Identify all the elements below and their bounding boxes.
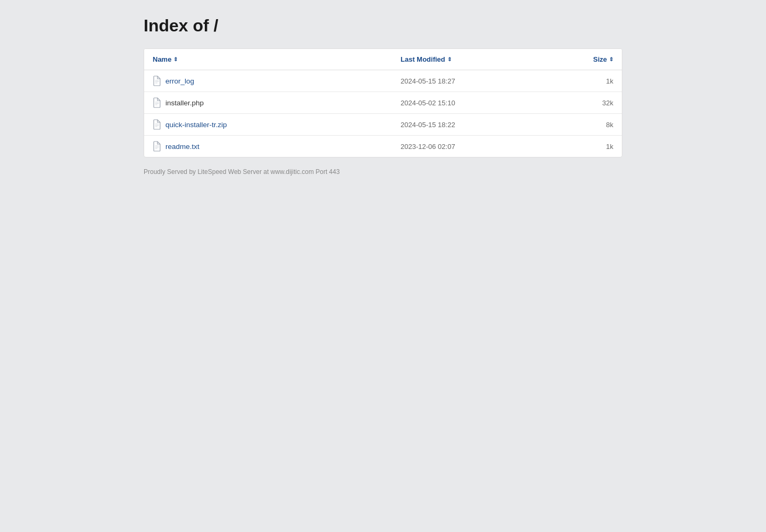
last-modified-sort-icon: ⇕	[447, 56, 452, 62]
table-row: error_log2024-05-15 18:271k	[144, 70, 622, 92]
name-header-label: Name	[153, 55, 171, 63]
file-date: 2024-05-15 18:22	[401, 121, 549, 129]
file-icon	[153, 76, 161, 86]
file-name-cell: readme.txt	[153, 141, 401, 152]
size-sort-icon: ⇕	[609, 56, 613, 62]
size-header-label: Size	[593, 55, 607, 63]
file-link[interactable]: quick-installer-tr.zip	[165, 121, 227, 129]
table-row: readme.txt2023-12-06 02:071k	[144, 136, 622, 157]
table-header: Name ⇕ Last Modified ⇕ Size ⇕	[144, 49, 622, 70]
size-column-header[interactable]: Size ⇕	[549, 55, 613, 63]
file-icon	[153, 119, 161, 130]
footer: Proudly Served by LiteSpeed Web Server a…	[144, 168, 622, 176]
file-size: 8k	[549, 121, 613, 129]
file-name-plain: installer.php	[165, 99, 204, 107]
file-size: 1k	[549, 77, 613, 85]
file-name-cell: installer.php	[153, 97, 401, 108]
name-column-header[interactable]: Name ⇕	[153, 55, 401, 63]
last-modified-header-label: Last Modified	[401, 55, 445, 63]
file-size: 32k	[549, 99, 613, 107]
name-sort-icon: ⇕	[173, 56, 178, 62]
file-icon	[153, 97, 161, 108]
file-date: 2024-05-15 18:27	[401, 77, 549, 85]
file-link[interactable]: readme.txt	[165, 143, 199, 151]
page-title: Index of /	[144, 16, 622, 36]
table-row: installer.php2024-05-02 15:1032k	[144, 92, 622, 114]
file-link[interactable]: error_log	[165, 77, 194, 85]
file-date: 2024-05-02 15:10	[401, 99, 549, 107]
last-modified-column-header[interactable]: Last Modified ⇕	[401, 55, 549, 63]
file-name-cell: quick-installer-tr.zip	[153, 119, 401, 130]
file-date: 2023-12-06 02:07	[401, 143, 549, 151]
page-container: Index of / Name ⇕ Last Modified ⇕ Size ⇕	[133, 0, 633, 192]
file-name-cell: error_log	[153, 76, 401, 86]
file-size: 1k	[549, 143, 613, 151]
table-body: error_log2024-05-15 18:271k installer.ph…	[144, 70, 622, 157]
file-icon	[153, 141, 161, 152]
table-row: quick-installer-tr.zip2024-05-15 18:228k	[144, 114, 622, 136]
file-table: Name ⇕ Last Modified ⇕ Size ⇕ error_log2…	[144, 48, 622, 157]
